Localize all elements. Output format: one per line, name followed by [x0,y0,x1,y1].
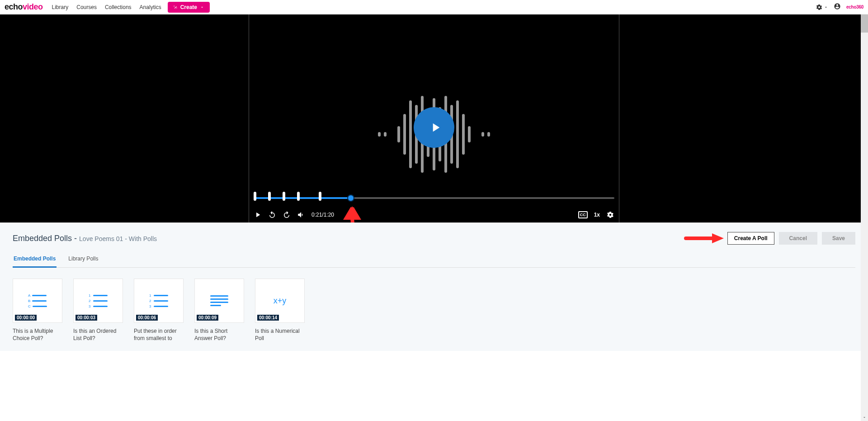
time-display: 0:21/1:20 [311,212,334,218]
poll-thumb-ord: 1 2 3 00:00:06 [134,279,184,323]
poll-marker-1[interactable] [254,192,256,200]
poll-card[interactable]: 1 2 3 00:00:03 Is this an Ordered List P… [73,279,123,342]
poll-label: Is this an Ordered List Poll? [73,327,123,342]
annotation-arrow-create [684,232,725,244]
poll-time: 00:00:14 [257,315,279,321]
polls-title-media: Love Poems 01 - With Polls [79,235,157,242]
account-button[interactable] [834,3,841,12]
save-button[interactable]: Save [822,232,855,245]
create-label: Create [180,4,197,10]
poll-thumb-mc: A B C 00:00:00 [13,279,62,323]
topbar-right: echo360 [816,3,863,12]
nav-analytics[interactable]: Analytics [140,4,161,10]
play-button[interactable] [414,107,454,148]
poll-label: Put these in order from smallest to [134,327,184,342]
chevron-down-icon [200,5,204,9]
settings-menu[interactable] [816,4,828,11]
polls-actions: Create A Poll Cancel Save [684,232,855,245]
wand-icon [173,5,178,9]
poll-thumb-sa: 00:00:09 [194,279,244,323]
poll-time: 00:00:03 [75,315,97,321]
user-circle-icon [834,3,841,10]
polls-tabs: Embedded Polls Library Polls [13,253,855,268]
poll-time: 00:00:09 [197,315,218,321]
caret-down-icon [824,5,828,9]
poll-cards: A B C 00:00:00 This is a Multiple Choice… [13,279,855,342]
progress-handle[interactable] [347,194,354,202]
cc-button[interactable]: CC [578,211,588,218]
polls-header: Embedded Polls - Love Poems 01 - With Po… [13,232,855,245]
echo360-brand: echo360 [846,5,863,9]
create-poll-button[interactable]: Create A Poll [727,232,774,245]
poll-card[interactable]: 00:00:09 Is this a Short Answer Poll? [194,279,244,342]
poll-time: 00:00:00 [15,315,37,321]
logo-part1: echo [5,2,23,11]
nav-collections[interactable]: Collections [105,4,132,10]
rewind-icon[interactable] [268,211,276,219]
video-frame: 0:21/1:20 CC 1x [249,14,619,222]
poll-thumb-ord: 1 2 3 00:00:03 [73,279,123,323]
cancel-button[interactable]: Cancel [779,232,817,245]
polls-title: Embedded Polls - Love Poems 01 - With Po… [13,234,157,243]
poll-card[interactable]: x+y 00:00:14 Is this a Numerical Poll [255,279,305,342]
poll-marker-4[interactable] [297,192,300,200]
gear-icon [816,4,823,11]
nav-courses[interactable]: Courses [76,4,97,10]
play-small-icon[interactable] [254,211,262,219]
tab-library-polls[interactable]: Library Polls [67,253,99,267]
poll-label: This is a Multiple Choice Poll? [13,327,62,342]
poll-card[interactable]: A B C 00:00:00 This is a Multiple Choice… [13,279,62,342]
video-stage: 0:21/1:20 CC 1x [0,14,868,222]
progress-bar[interactable] [254,192,614,201]
play-icon [428,120,443,135]
poll-label: Is this a Numerical Poll [255,327,305,342]
poll-marker-2[interactable] [268,192,271,200]
poll-marker-3[interactable] [283,192,285,200]
forward-icon[interactable] [283,211,291,219]
main-nav: Library Courses Collections Analytics [52,4,161,10]
scrollbar[interactable] [861,14,868,351]
tab-embedded-polls[interactable]: Embedded Polls [13,253,57,268]
top-navbar: echovideo Library Courses Collections An… [0,0,868,14]
poll-time: 00:00:06 [136,315,158,321]
logo-part2: video [23,2,43,11]
player-controls: 0:21/1:20 CC 1x [254,211,614,219]
poll-card[interactable]: 1 2 3 00:00:06 Put these in order from s… [134,279,184,342]
poll-thumb-num: x+y 00:00:14 [255,279,305,323]
poll-marker-5[interactable] [319,192,321,200]
logo[interactable]: echovideo [5,2,43,12]
numerical-icon: x+y [274,296,287,306]
polls-title-prefix: Embedded Polls - [13,234,79,243]
poll-label: Is this a Short Answer Poll? [194,327,244,342]
nav-library[interactable]: Library [52,4,69,10]
create-button[interactable]: Create [168,2,210,13]
speed-button[interactable]: 1x [594,212,600,218]
svg-marker-3 [712,233,724,243]
scrollbar-thumb[interactable] [861,14,868,33]
settings-gear-icon[interactable] [606,211,614,219]
volume-icon[interactable] [297,211,305,219]
polls-section: Embedded Polls - Love Poems 01 - With Po… [0,222,868,351]
